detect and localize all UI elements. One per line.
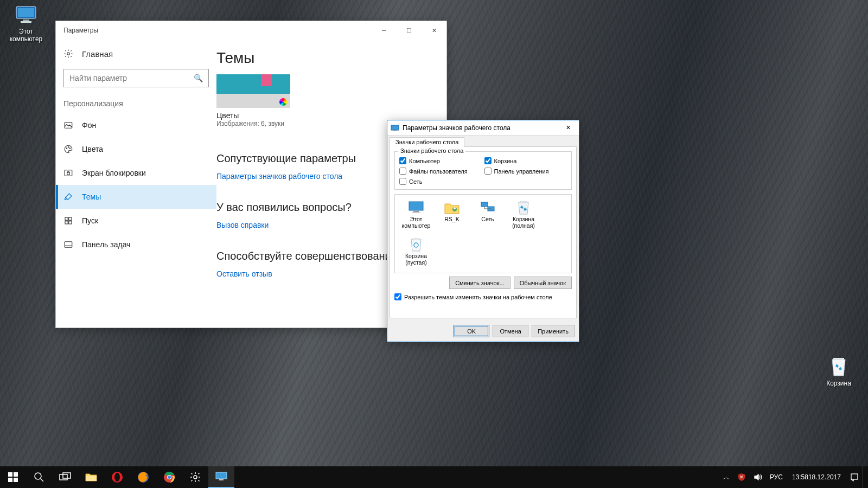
tray-clock[interactable]: 13:58 18.12.2017 (787, 466, 846, 488)
sidebar-item-start[interactable]: Пуск (56, 209, 216, 233)
dialog-titlebar[interactable]: Параметры значков рабочего стола ✕ (387, 120, 579, 136)
svg-rect-16 (65, 242, 72, 248)
maximize-button[interactable]: ☐ (397, 22, 422, 39)
search-icon: 🔍 (194, 74, 203, 82)
svg-rect-22 (412, 212, 420, 213)
svg-rect-12 (65, 217, 68, 220)
taskbar-app-opera[interactable] (104, 466, 130, 488)
tray-language[interactable]: РУС (766, 466, 787, 488)
preview-icon-bin-empty[interactable]: Корзина (пустая) (398, 235, 434, 272)
svg-point-7 (66, 148, 67, 149)
svg-line-33 (41, 479, 43, 481)
svg-point-43 (194, 476, 197, 479)
dialog-title: Параметры значков рабочего стола (403, 124, 557, 132)
settings-titlebar[interactable]: Параметры ─ ☐ ✕ (56, 21, 446, 40)
svg-rect-25 (481, 202, 488, 207)
preview-icon-user[interactable]: RS_K (434, 198, 470, 235)
monitor-icon (14, 4, 38, 26)
svg-rect-30 (8, 478, 12, 482)
sidebar-item-taskbar[interactable]: Панель задач (56, 233, 216, 256)
gear-icon (63, 49, 73, 59)
checkbox-computer[interactable]: Компьютер (399, 157, 482, 164)
svg-point-32 (35, 473, 41, 479)
show-desktop-button[interactable] (863, 466, 866, 488)
task-view-button[interactable] (52, 466, 78, 488)
sidebar-home[interactable]: Главная (56, 42, 216, 66)
svg-rect-44 (216, 472, 227, 479)
apply-button[interactable]: Применить (532, 325, 575, 337)
svg-point-9 (69, 148, 71, 149)
search-input[interactable] (69, 74, 194, 82)
sidebar-item-background[interactable]: Фон (56, 113, 216, 137)
checkbox-recycle-bin[interactable]: Корзина (484, 157, 567, 164)
sidebar-item-lockscreen[interactable]: Экран блокировки (56, 161, 216, 185)
checkbox-network[interactable]: Сеть (399, 178, 482, 185)
checkbox-allow-themes[interactable]: Разрешить темам изменять значки на рабоч… (394, 293, 572, 300)
svg-rect-14 (65, 221, 68, 224)
start-grid-icon (63, 216, 73, 226)
sidebar-item-colors[interactable]: Цвета (56, 137, 216, 161)
monitor-icon (215, 472, 227, 481)
svg-point-5 (67, 53, 70, 55)
svg-rect-19 (393, 130, 397, 131)
svg-point-38 (114, 473, 120, 481)
settings-search[interactable]: 🔍 (63, 69, 209, 87)
change-icon-button[interactable]: Сменить значок... (449, 277, 510, 289)
start-button[interactable] (0, 466, 26, 488)
task-view-icon (59, 472, 71, 482)
svg-rect-45 (219, 479, 224, 480)
taskbar-search[interactable] (26, 466, 52, 488)
svg-rect-35 (63, 473, 71, 478)
dialog-icon (391, 124, 399, 132)
ok-button[interactable]: OK (454, 325, 489, 337)
taskbar: ︿ ✕ РУС 13:58 18.12.2017 (0, 466, 868, 488)
taskbar-app-settings[interactable] (182, 466, 208, 488)
search-icon (34, 472, 44, 483)
brush-icon (63, 192, 73, 202)
svg-rect-2 (23, 20, 29, 21)
close-button[interactable]: ✕ (422, 22, 446, 39)
tray-notifications[interactable] (846, 466, 863, 488)
get-help-link[interactable]: Вызов справки (216, 221, 269, 229)
lockscreen-icon (63, 168, 73, 178)
tray-chevron-up[interactable]: ︿ (719, 466, 733, 488)
desktop-icon-recycle-bin[interactable]: Корзина (818, 356, 859, 387)
firefox-icon (137, 471, 149, 483)
desktop-icon-settings-dialog: Параметры значков рабочего стола ✕ Значк… (387, 120, 579, 342)
tray-volume[interactable] (750, 466, 766, 488)
gear-icon (189, 471, 201, 483)
desktop-icon-this-pc[interactable]: Этот компьютер (5, 4, 47, 43)
svg-rect-21 (413, 211, 419, 212)
theme-name: Цветы (216, 111, 431, 120)
theme-thumbnail[interactable] (216, 74, 290, 108)
preview-icon-this-pc[interactable]: Этот компьютер (398, 198, 434, 235)
svg-point-42 (168, 476, 171, 479)
svg-rect-29 (14, 472, 18, 477)
dialog-close-button[interactable]: ✕ (557, 120, 579, 135)
default-icon-button[interactable]: Обычный значок (514, 277, 572, 289)
recycle-bin-empty-icon (407, 237, 425, 252)
svg-rect-1 (18, 8, 34, 17)
taskbar-app-firefox[interactable] (130, 466, 156, 488)
desktop-icon-settings-link[interactable]: Параметры значков рабочего стола (216, 172, 342, 181)
monitor-icon (407, 200, 425, 215)
preview-icon-network[interactable]: Сеть (470, 198, 506, 235)
minimize-button[interactable]: ─ (372, 22, 397, 39)
tray-security[interactable]: ✕ (733, 466, 750, 488)
checkbox-user-files[interactable]: Файлы пользователя (399, 168, 482, 175)
preview-icon-bin-full[interactable]: Корзина (полная) (506, 198, 541, 235)
cancel-button[interactable]: Отмена (493, 325, 528, 337)
taskbar-app-desktop-icons-dialog[interactable] (208, 466, 234, 488)
sidebar-item-themes[interactable]: Темы (56, 185, 216, 209)
svg-rect-28 (8, 472, 12, 477)
sidebar-section-label: Персонализация (56, 95, 216, 113)
taskbar-app-chrome[interactable] (156, 466, 182, 488)
palette-icon (63, 144, 73, 154)
svg-rect-4 (833, 358, 844, 360)
dialog-tab[interactable]: Значки рабочего стола (390, 137, 464, 147)
svg-rect-36 (86, 476, 97, 481)
feedback-link[interactable]: Оставить отзыв (216, 269, 272, 278)
taskbar-app-explorer[interactable] (78, 466, 104, 488)
checkbox-control-panel[interactable]: Панель управления (484, 168, 567, 175)
volume-icon (754, 473, 762, 481)
